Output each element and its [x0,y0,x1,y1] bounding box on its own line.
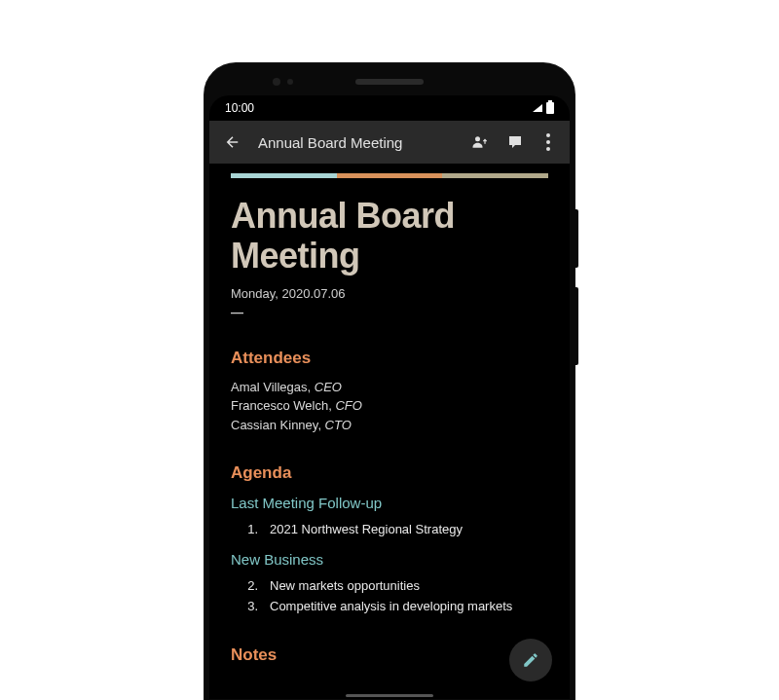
edit-fab-button[interactable] [509,639,552,682]
app-bar: Annual Board Meeting [209,121,570,164]
phone-side-buttons [575,209,578,365]
nav-bar[interactable] [209,691,570,699]
svg-point-3 [546,147,550,151]
svg-point-1 [546,133,550,137]
phone-notch [209,68,570,95]
agenda-list: 1. 2021 Northwest Regional Strategy [231,519,548,539]
battery-icon [546,102,554,114]
divider-dash: — [231,305,548,319]
agenda-header: Agenda [231,463,548,483]
signal-icon [533,104,542,112]
attendee-row: Amal Villegas, CEO [231,378,548,397]
document-date: Monday, 2020.07.06 [231,286,548,301]
comment-icon[interactable] [505,132,525,152]
attendees-header: Attendees [231,349,548,368]
back-icon[interactable] [223,132,242,152]
document-title: Annual Board Meeting [231,196,548,276]
agenda-subheader: New Business [231,551,548,568]
agenda-list: 2. New markets opportunities 3. Competit… [231,575,548,616]
status-time: 10:00 [225,101,254,115]
share-people-icon[interactable] [470,132,490,152]
list-item: 2. New markets opportunities [231,575,548,596]
phone-screen: 10:00 Annual Board Meeting [209,95,570,699]
list-item: 1. 2021 Northwest Regional Strategy [231,519,548,539]
svg-point-0 [475,136,480,141]
status-bar: 10:00 [209,95,570,121]
attendee-row: Cassian Kinney, CTO [231,416,548,435]
attendee-row: Francesco Welch, CFO [231,396,548,416]
document-content[interactable]: Annual Board Meeting Monday, 2020.07.06 … [209,164,570,699]
svg-point-2 [546,140,550,144]
more-icon[interactable] [540,132,556,152]
notes-header: Notes [231,645,548,665]
app-bar-title: Annual Board Meeting [258,134,455,151]
agenda-subheader: Last Meeting Follow-up [231,495,548,511]
list-item: 3. Competitive analysis in developing ma… [231,596,548,616]
nav-handle-icon [346,694,433,697]
phone-frame: 10:00 Annual Board Meeting [204,63,575,700]
accent-color-bar [231,173,548,178]
